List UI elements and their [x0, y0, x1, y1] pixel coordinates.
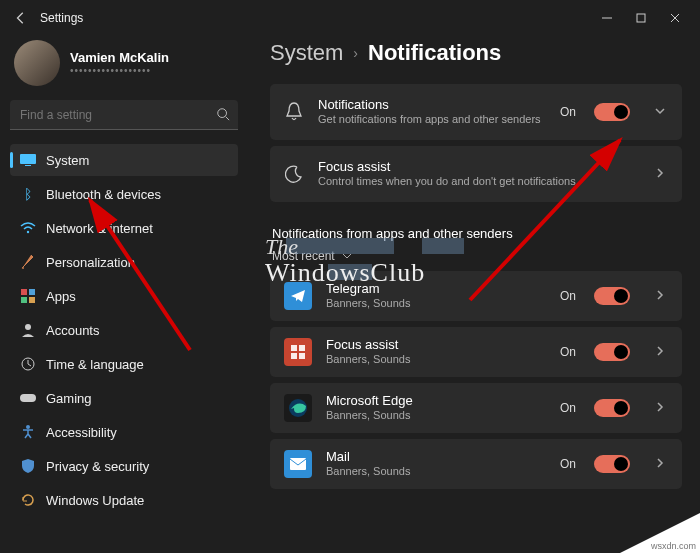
app-row[interactable]: Focus assistBanners, SoundsOn: [270, 327, 682, 377]
moon-icon: [284, 165, 304, 183]
user-block[interactable]: Vamien McKalin ••••••••••••••••••: [10, 36, 238, 100]
display-icon: [20, 152, 36, 168]
sidebar: Vamien McKalin •••••••••••••••••• System…: [0, 36, 248, 553]
toggle-state: On: [560, 105, 576, 119]
sidebar-item-privacy[interactable]: Privacy & security: [10, 450, 238, 482]
app-row[interactable]: Microsoft EdgeBanners, SoundsOn: [270, 383, 682, 433]
svg-rect-17: [291, 353, 297, 359]
sidebar-item-label: Network & internet: [46, 221, 153, 236]
chevron-right-icon: ›: [353, 45, 358, 61]
app-toggle[interactable]: [594, 343, 630, 361]
focus-assist-card[interactable]: Focus assist Control times when you do a…: [270, 146, 682, 202]
chevron-right-icon[interactable]: [644, 345, 668, 360]
sidebar-item-label: Personalization: [46, 255, 135, 270]
main-content: System › Notifications Notifications Get…: [248, 36, 700, 553]
back-button[interactable]: [8, 5, 34, 31]
sidebar-item-label: Apps: [46, 289, 76, 304]
svg-rect-10: [29, 297, 35, 303]
app-sub: Banners, Sounds: [326, 408, 546, 422]
person-icon: [20, 322, 36, 338]
app-icon: [284, 450, 312, 478]
notifications-toggle[interactable]: [594, 103, 630, 121]
breadcrumb-parent[interactable]: System: [270, 40, 343, 66]
sidebar-item-label: Privacy & security: [46, 459, 149, 474]
svg-rect-16: [299, 345, 305, 351]
clock-icon: [20, 356, 36, 372]
sidebar-item-label: System: [46, 153, 89, 168]
svg-rect-20: [290, 458, 306, 470]
breadcrumb: System › Notifications: [270, 36, 682, 84]
minimize-button[interactable]: [590, 4, 624, 32]
toggle-state: On: [560, 345, 576, 359]
sidebar-item-system[interactable]: System: [10, 144, 238, 176]
game-icon: [20, 390, 36, 406]
search-box[interactable]: [10, 100, 238, 130]
card-subtitle: Get notifications from apps and other se…: [318, 112, 546, 126]
app-name: Focus assist: [326, 337, 546, 352]
user-name: Vamien McKalin: [70, 50, 169, 65]
app-toggle[interactable]: [594, 287, 630, 305]
sidebar-item-label: Accounts: [46, 323, 99, 338]
app-row[interactable]: MailBanners, SoundsOn: [270, 439, 682, 489]
app-name: Microsoft Edge: [326, 393, 546, 408]
chevron-right-icon[interactable]: [644, 167, 668, 182]
card-title: Notifications: [318, 97, 546, 112]
toggle-state: On: [560, 289, 576, 303]
svg-rect-5: [25, 165, 31, 166]
user-email: ••••••••••••••••••: [70, 65, 169, 76]
svg-point-11: [25, 324, 31, 330]
app-icon: [284, 282, 312, 310]
notifications-card[interactable]: Notifications Get notifications from app…: [270, 84, 682, 140]
svg-line-3: [226, 117, 230, 121]
close-button[interactable]: [658, 4, 692, 32]
app-toggle[interactable]: [594, 455, 630, 473]
app-sub: Banners, Sounds: [326, 296, 546, 310]
chevron-down-icon[interactable]: [644, 105, 668, 120]
sidebar-item-update[interactable]: Windows Update: [10, 484, 238, 516]
wifi-icon: [20, 220, 36, 236]
card-title: Focus assist: [318, 159, 630, 174]
sidebar-item-label: Time & language: [46, 357, 144, 372]
maximize-button[interactable]: [624, 4, 658, 32]
highlight: [328, 264, 372, 280]
search-icon: [216, 107, 230, 124]
sidebar-item-label: Bluetooth & devices: [46, 187, 161, 202]
app-name: Telegram: [326, 281, 546, 296]
sidebar-item-apps[interactable]: Apps: [10, 280, 238, 312]
svg-rect-9: [21, 297, 27, 303]
svg-rect-18: [299, 353, 305, 359]
sidebar-item-gaming[interactable]: Gaming: [10, 382, 238, 414]
sidebar-item-bluetooth[interactable]: ᛒ Bluetooth & devices: [10, 178, 238, 210]
shield-icon: [20, 458, 36, 474]
card-subtitle: Control times when you do and don't get …: [318, 174, 630, 188]
window-title: Settings: [40, 11, 83, 25]
update-icon: [20, 492, 36, 508]
sidebar-item-time[interactable]: Time & language: [10, 348, 238, 380]
brush-icon: [20, 254, 36, 270]
chevron-right-icon[interactable]: [644, 457, 668, 472]
sidebar-item-network[interactable]: Network & internet: [10, 212, 238, 244]
avatar: [14, 40, 60, 86]
sidebar-item-label: Gaming: [46, 391, 92, 406]
svg-point-2: [218, 109, 227, 118]
app-icon: [284, 394, 312, 422]
chevron-right-icon[interactable]: [644, 289, 668, 304]
toggle-state: On: [560, 401, 576, 415]
app-sub: Banners, Sounds: [326, 464, 546, 478]
highlight: [422, 238, 464, 254]
toggle-state: On: [560, 457, 576, 471]
sidebar-item-label: Windows Update: [46, 493, 144, 508]
sidebar-item-label: Accessibility: [46, 425, 117, 440]
titlebar: Settings: [0, 0, 700, 36]
sidebar-item-personalization[interactable]: Personalization: [10, 246, 238, 278]
search-input[interactable]: [10, 100, 238, 130]
accessibility-icon: [20, 424, 36, 440]
bell-icon: [284, 102, 304, 122]
svg-point-6: [27, 231, 29, 233]
chevron-right-icon[interactable]: [644, 401, 668, 416]
bluetooth-icon: ᛒ: [20, 186, 36, 202]
svg-rect-7: [21, 289, 27, 295]
app-toggle[interactable]: [594, 399, 630, 417]
sidebar-item-accounts[interactable]: Accounts: [10, 314, 238, 346]
sidebar-item-accessibility[interactable]: Accessibility: [10, 416, 238, 448]
